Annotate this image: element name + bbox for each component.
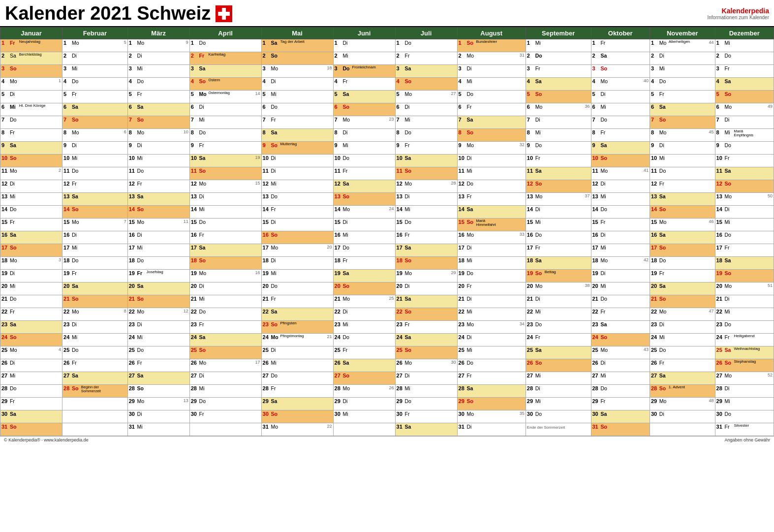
apr-9: 9 Fr [189,142,261,155]
month-jun: Juni [333,28,395,39]
logo: Kalenderpedia Informationen zum Kalender [707,7,769,20]
aug-8: 8 So [457,129,526,142]
apr-1: 1 Do [189,39,261,52]
jul-25: 25 So [395,346,457,359]
oct-26: 26 Di [591,359,650,372]
nov-12: 12 Fr [650,180,715,193]
dec-17: 17 Fr [715,244,774,257]
nov-19: 19 Fr [650,270,715,282]
jan-5: 5 Di [0,91,62,103]
feb-22: 22 Mo8 [62,308,128,321]
month-nov: November [650,28,715,39]
mar-3: 3 Mi [127,65,189,78]
apr-26: 26 Mo17 [189,359,261,372]
table-row: 5 Di 5 Fr 5 Fr 5 Mo Ostermontag14 5 Mi 5… [0,91,774,103]
calendar-wrapper: Januar Februar März April Mai Juni Juli … [0,27,774,436]
feb-17: 17 Mi [62,244,128,257]
nov-24: 24 Mi [650,334,715,346]
dec-4: 4 Sa [715,78,774,91]
table-row: 21 Do 21 So 21 So 21 Mi 21 Fr 21 Mo25 21… [0,295,774,308]
oct-4: 4 Mo40 [591,78,650,91]
dec-11: 11 Sa [715,167,774,180]
aug-14: 14 Sa [457,206,526,219]
table-row: 1 Fr Neujahrstag 1 Mo5 1 Mo9 1 Do 1 Sa T… [0,39,774,52]
sep-11: 11 Sa [526,167,591,180]
month-header-row: Januar Februar März April Mai Juni Juli … [0,28,774,39]
jun-7: 7 Mo23 [333,116,395,129]
sep-23: 23 Do [526,321,591,334]
feb-29-empty [62,398,128,410]
sep-20: 20 Mo38 [526,282,591,295]
aug-25: 25 Mi [457,346,526,359]
footer: © Kalenderpedia® · www.kalenderpedia.de … [0,436,774,443]
oct-6: 6 Mi [591,103,650,116]
table-row: 7 Do 7 So 7 So 7 Mi 7 Fr 7 Mo23 7 Mi 7 S… [0,116,774,129]
jul-1: 1 Do [395,39,457,52]
oct-7: 7 Do [591,116,650,129]
apr-6: 6 Di [189,103,261,116]
month-sep: September [526,28,591,39]
logo-name: Kalenderpedia [707,7,769,15]
jan-3: 3 So [0,65,62,78]
table-row: 25 Mo4 25 Do 25 Do 25 So 25 Di 25 Fr 25 … [0,346,774,359]
sep-29: 29 Mi [526,398,591,410]
month-feb: Februar [62,28,128,39]
jan-18: 18 Mo3 [0,257,62,270]
dec-31: 31 Fr Silvester [715,423,774,436]
nov-15: 15 Mo46 [650,219,715,231]
jun-17: 17 Do [333,244,395,257]
table-row: 3 So 3 Mi 3 Mi 3 Sa 3 Mo18 3 Do Fronleic… [0,65,774,78]
dec-9: 9 Do [715,142,774,155]
jan-17: 17 So [0,244,62,257]
oct-31: 31 So [591,423,650,436]
may-29: 29 Sa [261,398,333,410]
jul-13: 13 Di [395,193,457,206]
may-8: 8 Sa [261,129,333,142]
jun-26: 26 Sa [333,359,395,372]
jan-15: 15 Fr [0,219,62,231]
jul-26: 26 Mo30 [395,359,457,372]
table-row: 19 Di 19 Fr 19 Fr Josefstag 19 Mo16 19 M… [0,270,774,282]
jan-21: 21 Do [0,295,62,308]
aug-2: 2 Mo31 [457,52,526,65]
feb-5: 5 Fr [62,91,128,103]
nov-10: 10 Mi [650,155,715,167]
sep-5: 5 So [526,91,591,103]
svg-rect-2 [218,11,230,15]
feb-1: 1 Mo5 [62,39,128,52]
oct-13: 13 Mi [591,193,650,206]
feb-6: 6 Sa [62,103,128,116]
sep-10: 10 Fr [526,155,591,167]
aug-11: 11 Mi [457,167,526,180]
nov-29: 29 Mo48 [650,398,715,410]
feb-24: 24 Mi [62,334,128,346]
table-row: 20 Mi 20 Sa 20 Sa 20 Di 20 Do 20 So 20 D… [0,282,774,295]
nov-6: 6 Sa [650,103,715,116]
dec-23: 23 Do [715,321,774,334]
aug-18: 18 Mi [457,257,526,270]
aug-28: 28 Sa [457,385,526,398]
jan-24: 24 So [0,334,62,346]
jan-14: 14 Do [0,206,62,219]
swiss-flag-icon [216,5,232,22]
jul-9: 9 Fr [395,142,457,155]
jan-10: 10 So [0,155,62,167]
logo-sub: Informationen zum Kalender [707,15,769,20]
oct-18: 18 Mo42 [591,257,650,270]
may-21: 21 Fr [261,295,333,308]
aug-10: 10 Di [457,155,526,167]
sep-9: 9 Do [526,142,591,155]
aug-31: 31 Di [457,423,526,436]
jul-4: 4 So [395,78,457,91]
may-5: 5 Mi [261,91,333,103]
nov-1: 1 Mo Allerheiligen44 [650,39,715,52]
mar-15: 15 Mo11 [127,219,189,231]
oct-16: 16 Di [591,231,650,244]
may-28: 28 Fr [261,385,333,398]
aug-16: 16 Mo33 [457,231,526,244]
jul-11: 11 So [395,167,457,180]
aug-17: 17 Di [457,244,526,257]
dec-26: 26 So Stephanstag [715,359,774,372]
sep-6: 6 Mo36 [526,103,591,116]
jul-29: 29 Do [395,398,457,410]
